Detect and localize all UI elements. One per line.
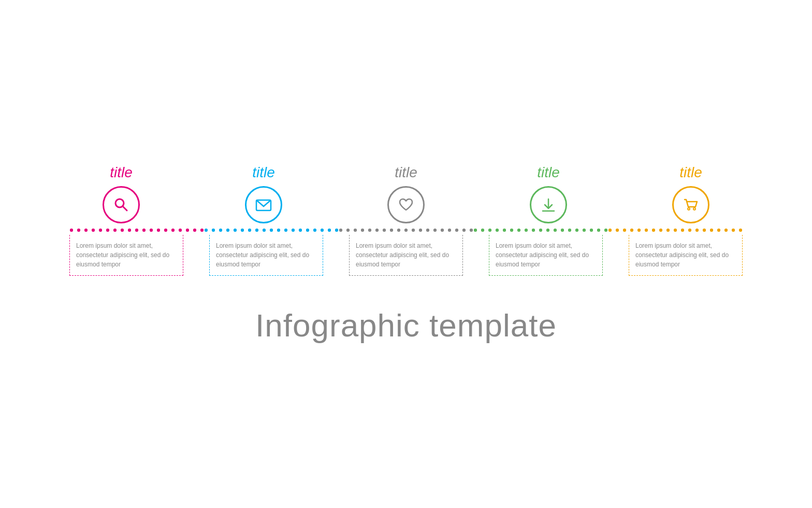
heart-icon	[397, 195, 415, 214]
step-2-desc: Lorem ipsum dolor sit amet, consectetur …	[216, 241, 316, 269]
step-2-title: title	[252, 164, 275, 181]
step-5-title: title	[679, 164, 702, 181]
email-icon	[254, 195, 273, 214]
step-3-desc: Lorem ipsum dolor sit amet, consectetur …	[356, 241, 456, 269]
step-1-desc: Lorem ipsum dolor sit amet, consectetur …	[76, 241, 177, 269]
dot-segment-4	[473, 228, 608, 232]
step-2-icon-circle	[245, 186, 282, 223]
step-3-desc-box: Lorem ipsum dolor sit amet, consectetur …	[349, 235, 463, 276]
page-wrapper: title title	[0, 0, 812, 508]
download-icon	[539, 195, 558, 214]
dot-segment-2	[204, 228, 339, 232]
step-4-icon-circle	[530, 186, 567, 223]
step-1-title: title	[110, 164, 133, 181]
step-1-desc-box: Lorem ipsum dolor sit amet, consectetur …	[69, 235, 183, 276]
dot-segment-5	[608, 228, 743, 232]
step-1-icon-circle	[103, 186, 140, 223]
step-5-desc: Lorem ipsum dolor sit amet, consectetur …	[635, 241, 736, 269]
steps-bottom: Lorem ipsum dolor sit amet, consectetur …	[69, 235, 743, 276]
svg-line-1	[123, 206, 127, 210]
step-4-desc-box: Lorem ipsum dolor sit amet, consectetur …	[489, 235, 603, 276]
step-5-desc-box: Lorem ipsum dolor sit amet, consectetur …	[629, 235, 743, 276]
cart-icon	[682, 195, 700, 214]
step-4-top: title	[497, 164, 600, 223]
step-5-top: title	[639, 164, 743, 223]
step-1-top: title	[69, 164, 173, 223]
timeline-row: title title	[69, 164, 743, 276]
svg-point-6	[693, 208, 695, 210]
step-2-top: title	[212, 164, 315, 223]
step-3-title: title	[395, 164, 417, 181]
step-3-top: title	[354, 164, 458, 223]
infographic-container: title title	[69, 164, 743, 344]
dot-segment-3	[339, 228, 473, 232]
step-4-desc: Lorem ipsum dolor sit amet, consectetur …	[496, 241, 596, 269]
dot-segment-1	[69, 228, 204, 232]
steps-top: title title	[69, 164, 743, 223]
svg-point-5	[688, 208, 690, 210]
step-3-icon-circle	[387, 186, 425, 223]
search-icon	[112, 195, 130, 214]
main-title: Infographic template	[255, 307, 557, 344]
step-5-icon-circle	[672, 186, 709, 223]
step-4-title: title	[537, 164, 560, 181]
dotted-line-row	[69, 228, 743, 233]
step-2-desc-box: Lorem ipsum dolor sit amet, consectetur …	[209, 235, 323, 276]
